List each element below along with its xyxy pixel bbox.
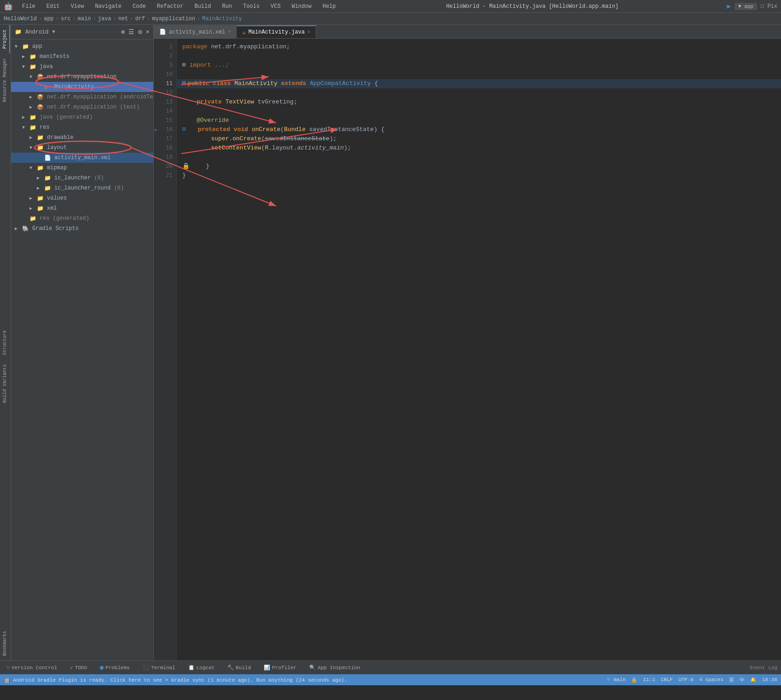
app-selector[interactable]: ▼ app [735,3,757,10]
bottom-tab-logcat[interactable]: 📋 Logcat [185,664,218,671]
tree-item-drawable[interactable]: ▶ 📁 drawable [11,132,153,143]
code-line-14 [177,107,781,116]
line-num-1: 1 [154,42,176,52]
collapse-icon[interactable]: ☰ [128,28,134,36]
bottom-tab-app-inspection[interactable]: 🔍 App Inspection [307,664,363,671]
version-control-icon: ⑂ [6,665,10,671]
package-icon: 📦 [37,104,45,111]
bottom-tab-terminal[interactable]: ⬛ Terminal [140,664,178,671]
menu-vcs[interactable]: VCS [269,2,283,11]
run-icon[interactable]: ▶ [727,2,731,10]
sidebar-tab-build-variants[interactable]: Build Variants [0,360,10,407]
code-line-15: @Override [177,116,781,125]
code-line-11: ⊟ public class MainActivity extends AppC… [177,79,781,88]
sidebar-tab-structure[interactable]: Structure [0,326,10,360]
profiler-icon: 📊 [264,665,270,671]
tab-close-xml[interactable]: × [228,29,231,34]
code-line-12 [177,88,781,98]
bottom-tabs-bar: ⑂ Version Control ✓ TODO Problems ⬛ Term… [0,660,781,674]
menu-edit[interactable]: Edit [45,2,62,11]
line-num-14: 14 [154,107,176,116]
folder-icon: 📁 [44,175,52,182]
todo-label: TODO [75,665,87,671]
tree-item-res-generated[interactable]: ▶ 📁 res (generated) [11,213,153,224]
code-line-18: setContentView( R. layout. activity_main… [177,143,781,153]
bottom-tab-problems[interactable]: Problems [97,664,133,671]
tree-item-app[interactable]: ▼ 📁 app [11,41,153,52]
xml-file-icon: 📄 [44,155,52,161]
menu-help[interactable]: Help [321,2,338,11]
sidebar-tab-project[interactable]: Project [0,25,10,53]
menu-refactor[interactable]: Refactor [155,2,185,11]
terminal-icon: ⬛ [143,665,149,671]
menu-code[interactable]: Code [131,2,148,11]
tree-item-androidtest[interactable]: ▶ 📦 net.drf.myapplication (androidTest) [11,92,153,102]
menu-run[interactable]: Run [220,2,234,11]
problems-label: Problems [105,665,130,671]
tree-item-activity-main-xml[interactable]: ▶ 📄 activity_main.xml [11,153,153,163]
tree-item-gradle[interactable]: ▶ 🐘 Gradle Scripts [11,224,153,234]
breadcrumb-java[interactable]: java [98,16,111,22]
tree-item-java[interactable]: ▼ 📁 java [11,62,153,72]
expand-arrow: ▼ [22,64,29,69]
sidebar-tab-resource-manager[interactable]: Resource Manager [0,53,10,107]
tree-item-ic-launcher[interactable]: ▶ 📁 ic_launcher (6) [11,173,153,183]
tab-mainactivity-java[interactable]: ☕ MainActivity.java × [237,25,316,38]
code-line-17: super. onCreate( savedInstanceState); [177,134,781,143]
menu-tools[interactable]: Tools [241,2,261,11]
code-line-21: } [177,171,781,180]
bottom-tab-build[interactable]: 🔨 Build [225,664,254,671]
tab-activity-main-xml[interactable]: 📄 activity_main.xml × [154,25,237,38]
line-num-17: 17 [154,134,176,143]
tree-item-layout[interactable]: ▼ 📁 layout [11,143,153,153]
breadcrumb-mainactivity[interactable]: MainActivity [202,16,242,22]
tab-close-java[interactable]: × [307,30,310,35]
project-folder-icon: 📁 [15,29,22,35]
event-log-link[interactable]: Event Log [750,665,777,671]
sidebar-tab-bookmarks[interactable]: Bookmarks [0,626,10,660]
breadcrumb-helloworld[interactable]: HelloWorld [4,16,37,22]
close-panel-icon[interactable]: × [146,29,150,36]
android-dropdown[interactable]: ▼ [52,29,55,34]
editor-area: 📄 activity_main.xml × ☕ MainActivity.jav… [154,25,781,660]
menu-build[interactable]: Build [192,2,213,11]
settings-icon[interactable]: ⚙ [138,28,142,36]
breadcrumb-drf[interactable]: drf [135,16,145,22]
tree-item-test[interactable]: ▶ 📦 net.drf.myapplication (test) [11,102,153,112]
code-line-16: ⊟ protected void onCreate( Bundle savedI… [177,125,781,134]
tree-item-package[interactable]: ▼ 📦 net.drf.myapplication [11,72,153,82]
menu-file[interactable]: File [20,2,37,11]
breadcrumb-main[interactable]: main [78,16,91,22]
code-editor[interactable]: 1 2 3 10 11 12 13 14 15 16 ⊳ 17 18 19 20… [154,39,781,660]
tree-item-xml[interactable]: ▶ 📁 xml [11,203,153,213]
spaces: 4 spaces [699,677,723,683]
breadcrumb-app[interactable]: app [44,16,54,22]
breadcrumb-myapplication[interactable]: myapplication [152,16,196,22]
tree-item-mipmap[interactable]: ▼ 📁 mipmap [11,163,153,173]
expand-arrow: ▼ [29,166,37,171]
status-left-text: 🤖 Android Gradle Plugin is ready. Click … [4,677,347,683]
code-content[interactable]: package net.drf.myapplication; ⊞ import … [177,39,781,660]
menu-window[interactable]: Window [290,2,313,11]
tree-item-res[interactable]: ▼ 📁 res [11,122,153,132]
logcat-icon: 📋 [188,665,195,671]
menu-navigate[interactable]: Navigate [93,2,123,11]
tree-item-ic-launcher-round[interactable]: ▶ 📁 ic_launcher_round (6) [11,183,153,193]
bottom-tab-profiler[interactable]: 📊 Profiler [261,664,299,671]
tree-item-mainactivity[interactable]: ▶ ☕ MainActivity [11,82,153,92]
bottom-tab-version-control[interactable]: ⑂ Version Control [4,664,60,671]
folder-icon: 📁 [37,134,45,141]
tree-item-values[interactable]: ▶ 📁 values [11,193,153,203]
bottom-tab-todo[interactable]: ✓ TODO [67,664,90,671]
breadcrumb-src[interactable]: src [61,16,71,22]
tree-item-java-generated[interactable]: ▶ 📁 java (generated) [11,112,153,122]
tree-item-manifests[interactable]: ▶ 📁 manifests [11,52,153,62]
menu-view[interactable]: View [69,2,86,11]
sync-icon[interactable]: ⊕ [121,28,125,36]
line-num-21: 21 [154,171,176,180]
breadcrumb-net[interactable]: net [118,16,128,22]
tab-label-xml: activity_main.xml [169,29,225,35]
expand-arrow: ▶ [29,104,37,110]
folder-icon: 📁 [44,185,52,192]
window-title: HelloWorld - MainActivity.java [HelloWor… [338,3,727,10]
